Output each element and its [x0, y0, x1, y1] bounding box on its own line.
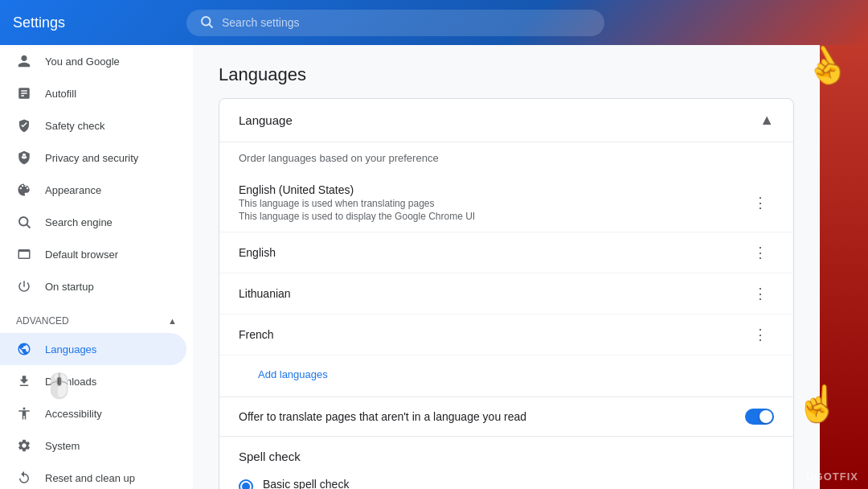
watermark: UGOTFIX [806, 471, 858, 483]
language-info-english-us: English (United States) This language is… [239, 183, 475, 222]
sidebar-label-appearance: Appearance [45, 184, 101, 196]
language-item-lithuanian: Lithuanian ⋮ [219, 273, 793, 314]
language-item-english: English ⋮ [219, 232, 793, 273]
browser-icon [16, 246, 32, 262]
language-desc2-english-us: This language is used to display the Goo… [239, 211, 475, 222]
sidebar-label-safety-check: Safety check [45, 120, 104, 132]
sidebar-item-safety-check[interactable]: Safety check [0, 109, 186, 142]
language-info-english: English [239, 246, 276, 259]
add-languages-button[interactable]: Add languages [239, 359, 347, 390]
page-title: Languages [219, 64, 794, 85]
advanced-chevron-icon: ▲ [168, 316, 177, 326]
svg-line-1 [209, 24, 212, 27]
language-menu-english[interactable]: ⋮ [747, 242, 774, 263]
person-icon [16, 53, 32, 69]
content-area: Languages Language ▲ Order languages bas… [193, 45, 820, 489]
system-icon [16, 438, 32, 454]
sidebar-item-accessibility[interactable]: Accessibility [0, 397, 186, 429]
language-name-english: English [239, 246, 276, 259]
sidebar-item-default-browser[interactable]: Default browser [0, 238, 186, 270]
sidebar-item-you-and-google[interactable]: You and Google [0, 45, 186, 77]
language-menu-english-us[interactable]: ⋮ [747, 192, 774, 213]
sidebar-item-languages[interactable]: Languages [0, 333, 186, 365]
sidebar-label-you-and-google: You and Google [45, 55, 120, 68]
search-bar[interactable] [186, 10, 604, 36]
sidebar-label-system: System [45, 440, 80, 452]
app-header: Settings [0, 0, 868, 45]
search-icon [199, 14, 214, 31]
sidebar-label-autofill: Autofill [45, 88, 76, 100]
sidebar-label-languages: Languages [45, 343, 96, 355]
language-section-title-text: Language [239, 113, 293, 127]
language-item-english-us: English (United States) This language is… [219, 174, 793, 232]
language-section-header[interactable]: Language ▲ [219, 99, 793, 142]
sidebar-item-on-startup[interactable]: On startup [0, 270, 186, 302]
basic-spell-check-info: Basic spell check [263, 478, 349, 489]
add-languages-row: Add languages [219, 355, 793, 397]
sidebar-label-search-engine: Search engine [45, 216, 113, 228]
language-name-lithuanian: Lithuanian [239, 287, 291, 300]
sidebar-label-default-browser: Default browser [45, 249, 118, 261]
translate-toggle-row: Offer to translate pages that aren't in … [219, 397, 793, 436]
reset-icon [16, 470, 32, 486]
translate-toggle-label: Offer to translate pages that aren't in … [239, 410, 526, 423]
sidebar-label-reset: Reset and clean up [45, 472, 135, 484]
language-menu-lithuanian[interactable]: ⋮ [747, 283, 774, 304]
basic-spell-check-item[interactable]: Basic spell check [239, 473, 774, 489]
search-engine-icon [16, 214, 32, 230]
sidebar-item-appearance[interactable]: Appearance [0, 174, 186, 206]
svg-line-3 [27, 224, 30, 228]
basic-spell-check-radio[interactable] [239, 479, 253, 489]
svg-point-2 [19, 217, 28, 226]
language-name-french: French [239, 328, 274, 341]
sidebar-item-search-engine[interactable]: Search engine [0, 206, 186, 238]
order-label: Order languages based on your preference [219, 142, 793, 174]
basic-spell-check-label: Basic spell check [263, 478, 349, 489]
language-name-english-us: English (United States) [239, 183, 475, 196]
startup-icon [16, 278, 32, 294]
privacy-icon [16, 150, 32, 166]
autofill-icon [16, 85, 32, 101]
shield-icon [16, 117, 32, 134]
language-item-french: French ⋮ [219, 314, 793, 355]
sidebar-label-on-startup: On startup [45, 281, 94, 293]
sidebar-item-autofill[interactable]: Autofill [0, 77, 186, 109]
sidebar-item-reset[interactable]: Reset and clean up [0, 462, 186, 489]
sidebar-item-privacy-security[interactable]: Privacy and security [0, 142, 186, 174]
language-menu-french[interactable]: ⋮ [747, 324, 774, 345]
advanced-section[interactable]: Advanced ▲ [0, 309, 193, 333]
sidebar-label-accessibility: Accessibility [45, 408, 102, 420]
svg-point-0 [202, 17, 211, 26]
globe-icon [16, 341, 32, 357]
appearance-icon [16, 182, 32, 198]
spell-check-section: Spell check Basic spell check Enhanced s… [219, 436, 793, 489]
sidebar-item-downloads[interactable]: Downloads 🖱️ [0, 365, 186, 397]
download-icon [16, 373, 32, 389]
sidebar-label-downloads: Downloads [45, 376, 96, 388]
sidebar-label-privacy-security: Privacy and security [45, 152, 138, 164]
language-section-title: Language [239, 113, 293, 127]
right-background: ☝️ ☝️ [820, 45, 868, 489]
translate-toggle[interactable] [745, 409, 774, 425]
sidebar-item-system[interactable]: System [0, 429, 186, 462]
app-title: Settings [13, 14, 174, 31]
main-layout: You and Google Autofill Safety check Pri… [0, 45, 868, 489]
language-info-lithuanian: Lithuanian [239, 287, 291, 300]
languages-card: Language ▲ Order languages based on your… [219, 98, 794, 489]
language-section-chevron: ▲ [760, 112, 774, 129]
search-input[interactable] [222, 16, 592, 29]
sidebar: You and Google Autofill Safety check Pri… [0, 45, 193, 489]
advanced-label: Advanced [16, 315, 69, 327]
language-desc1-english-us: This language is used when translating p… [239, 198, 475, 209]
accessibility-icon [16, 405, 32, 421]
language-info-french: French [239, 328, 274, 341]
spell-check-title: Spell check [239, 450, 774, 463]
